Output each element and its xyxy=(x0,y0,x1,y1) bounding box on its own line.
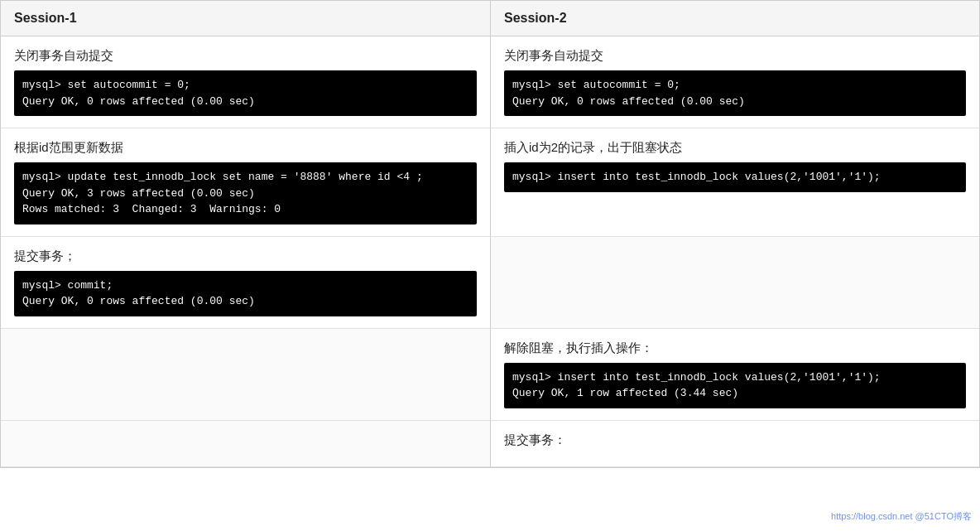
row1-right-label: 关闭事务自动提交 xyxy=(504,48,966,64)
row1-right: 关闭事务自动提交 mysql> set autocommit = 0; Quer… xyxy=(490,36,979,128)
row1-left: 关闭事务自动提交 mysql> set autocommit = 0; Quer… xyxy=(1,36,490,128)
row5-right: 提交事务： xyxy=(490,421,979,467)
session2-header: Session-2 xyxy=(490,1,979,36)
row3-right xyxy=(490,237,979,329)
row4-right: 解除阻塞，执行插入操作： mysql> insert into test_inn… xyxy=(490,329,979,421)
row2-right: 插入id为2的记录，出于阻塞状态 mysql> insert into test… xyxy=(490,128,979,237)
row5-left xyxy=(1,421,490,467)
row2-left: 根据id范围更新数据 mysql> update test_innodb_loc… xyxy=(1,128,490,237)
row2-right-code: mysql> insert into test_innodb_lock valu… xyxy=(504,162,966,192)
row2-left-code: mysql> update test_innodb_lock set name … xyxy=(14,162,477,224)
row3-left: 提交事务； mysql> commit; Query OK, 0 rows af… xyxy=(1,237,490,329)
watermark: https://blog.csdn.net @51CTO搏客 xyxy=(831,510,972,523)
row4-left xyxy=(1,329,490,421)
row4-right-code: mysql> insert into test_innodb_lock valu… xyxy=(504,363,966,408)
row1-left-label: 关闭事务自动提交 xyxy=(14,48,477,64)
row4-right-label: 解除阻塞，执行插入操作： xyxy=(504,340,966,356)
session1-header: Session-1 xyxy=(1,1,490,36)
row3-left-label: 提交事务； xyxy=(14,249,477,264)
row5-right-label: 提交事务： xyxy=(504,432,966,448)
row1-right-code: mysql> set autocommit = 0; Query OK, 0 r… xyxy=(504,70,966,116)
row3-left-code: mysql> commit; Query OK, 0 rows affected… xyxy=(14,271,477,316)
row2-left-label: 根据id范围更新数据 xyxy=(14,140,477,156)
main-container: Session-1 Session-2 关闭事务自动提交 mysql> set … xyxy=(0,0,980,468)
row2-right-label: 插入id为2的记录，出于阻塞状态 xyxy=(504,140,966,156)
row1-left-code: mysql> set autocommit = 0; Query OK, 0 r… xyxy=(14,70,477,116)
